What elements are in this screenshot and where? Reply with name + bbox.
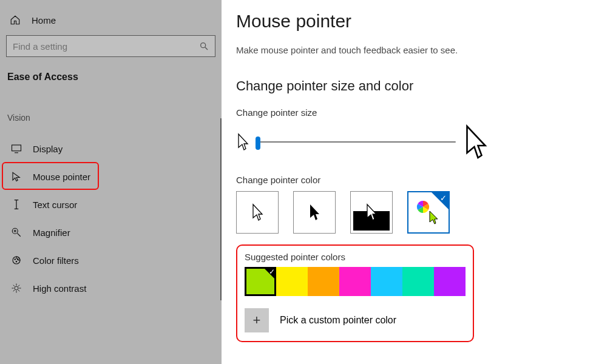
magnifier-icon [11,227,22,238]
svg-line-19 [13,290,15,291]
suggested-colors-section: Suggested pointer colors ✓ + Pick a cust… [236,244,474,342]
swatch-lime[interactable]: ✓ [245,267,276,296]
sidebar-item-color-filters[interactable]: Color filters [6,246,215,274]
sidebar-item-label: High contrast [33,283,86,294]
sidebar: Home Ease of Access Vision Display Mouse… [0,0,222,364]
svg-line-17 [13,285,15,286]
high-contrast-icon [11,283,22,294]
text-cursor-icon [11,199,22,210]
category-title: Ease of Access [6,72,215,83]
page-subtitle: Make mouse pointer and touch feedback ea… [236,45,581,55]
swatch-teal[interactable] [402,267,434,296]
sidebar-item-magnifier[interactable]: Magnifier [6,218,215,246]
svg-point-9 [15,259,16,260]
sidebar-item-label: Display [33,144,63,154]
mouse-pointer-icon [11,171,22,182]
pointer-size-label: Change pointer size [236,107,581,118]
section-title: Change pointer size and color [236,78,581,94]
search-input[interactable] [13,41,199,52]
custom-color-label: Pick a custom pointer color [280,315,396,326]
page-title: Mouse pointer [236,11,581,32]
pointer-color-white[interactable] [236,191,279,234]
check-icon: ✓ [269,268,275,276]
suggested-colors-row: ✓ [245,267,466,296]
sidebar-item-text-cursor[interactable]: Text cursor [6,190,215,218]
pointer-color-inverted[interactable] [350,191,393,234]
sidebar-item-mouse-pointer[interactable]: Mouse pointer [6,163,215,190]
svg-line-18 [18,290,19,291]
suggested-colors-label: Suggested pointer colors [245,252,466,262]
pointer-color-custom[interactable]: ✓ [407,191,450,234]
swatch-purple[interactable] [434,267,466,296]
home-icon [10,15,21,25]
pointer-color-options: ✓ [236,191,581,234]
sidebar-item-display[interactable]: Display [6,135,215,163]
sidebar-item-label: Color filters [33,255,79,266]
svg-line-20 [18,285,19,286]
plus-icon[interactable]: + [245,308,269,332]
scroll-indicator[interactable] [220,118,222,300]
pointer-size-slider[interactable] [256,141,456,143]
color-filters-icon [11,255,22,266]
group-label-vision: Vision [7,113,215,123]
swatch-pink[interactable] [339,267,371,296]
svg-line-5 [18,234,21,237]
custom-color-row[interactable]: + Pick a custom pointer color [245,308,466,332]
search-input-wrap[interactable] [6,35,215,57]
svg-rect-2 [12,145,21,151]
display-icon [11,143,22,154]
sidebar-item-label: Mouse pointer [33,172,90,182]
sidebar-item-high-contrast[interactable]: High contrast [6,274,215,302]
svg-point-12 [15,286,18,290]
svg-line-1 [205,47,208,50]
pointer-color-black[interactable] [293,191,336,234]
search-icon [199,41,209,51]
cursor-large-icon [462,124,489,160]
svg-point-0 [201,43,206,48]
swatch-yellow[interactable] [276,267,308,296]
pointer-color-label: Change pointer color [236,175,581,185]
sidebar-item-label: Magnifier [33,228,70,238]
pointer-size-slider-row [236,124,581,160]
home-button[interactable]: Home [6,11,215,35]
cursor-small-icon [236,133,249,151]
sidebar-item-label: Text cursor [33,200,77,210]
swatch-cyan[interactable] [371,267,402,296]
check-icon: ✓ [440,194,447,203]
main-panel: Mouse pointer Make mouse pointer and tou… [222,0,596,364]
slider-thumb[interactable] [256,136,260,150]
home-label: Home [32,15,56,25]
swatch-orange[interactable] [308,267,339,296]
svg-point-11 [16,261,17,263]
